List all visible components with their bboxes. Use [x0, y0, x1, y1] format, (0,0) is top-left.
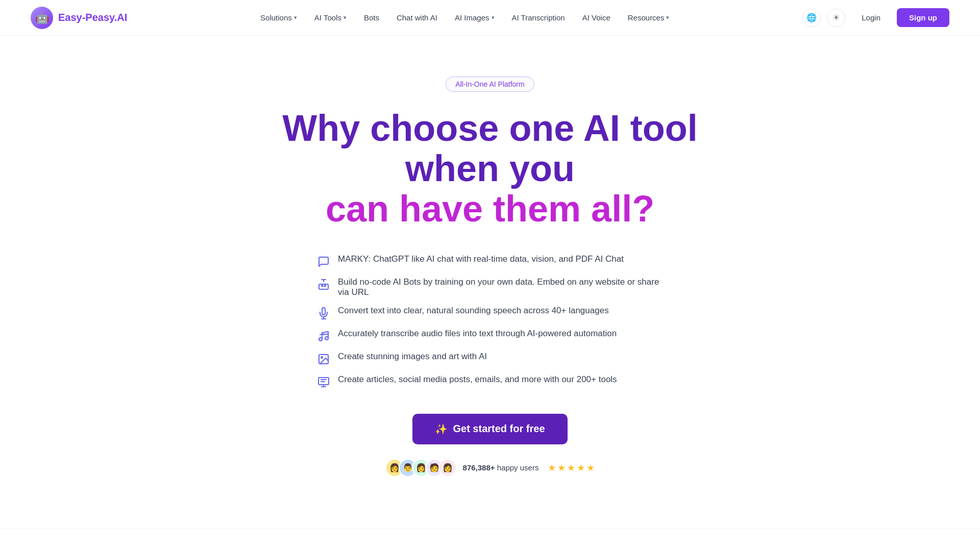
star-4: ★ — [577, 462, 585, 473]
features-list: MARKY: ChatGPT like AI chat with real-ti… — [316, 254, 664, 389]
hero-heading: Why choose one AI tool when you can have… — [260, 108, 720, 230]
nav-ai-images[interactable]: AI Images ▾ — [448, 9, 502, 26]
login-button[interactable]: Login — [851, 9, 891, 26]
social-proof: 👩 👨 👩 🧑 👩 876,388+ happy users ★ ★ ★ ★ ★ — [385, 459, 595, 477]
star-1: ★ — [548, 462, 556, 473]
star-5: ★ — [586, 462, 595, 473]
hero-section: All-In-One AI Platform Why choose one AI… — [0, 36, 980, 508]
logo-text: Easy-Peasy.AI — [58, 12, 127, 23]
list-item: MARKY: ChatGPT like AI chat with real-ti… — [316, 254, 624, 269]
list-item: Build no-code AI Bots by training on you… — [316, 277, 664, 297]
nav-chat-with-ai[interactable]: Chat with AI — [389, 9, 445, 26]
list-item: Create stunning images and art with AI — [316, 352, 487, 366]
logos-section: MOTOROLA SOLUTIONS Uber GE pwc SEPHORA — [0, 528, 980, 551]
theme-toggle-btn[interactable]: ☀ — [827, 9, 845, 27]
chevron-down-icon: ▾ — [344, 14, 347, 21]
hero-heading-line1: Why choose one AI tool when you — [282, 108, 697, 189]
list-item: Convert text into clear, natural soundin… — [316, 306, 609, 320]
chat-icon — [316, 255, 331, 269]
list-item: Create articles, social media posts, ema… — [316, 374, 617, 389]
sparkle-icon: ✨ — [435, 423, 448, 435]
avatars-group: 👩 👨 👩 🧑 👩 — [385, 459, 457, 477]
tools-icon — [316, 375, 331, 389]
list-item: Accurately transcribe audio files into t… — [316, 329, 617, 343]
chevron-down-icon: ▾ — [294, 14, 297, 21]
nav-ai-voice[interactable]: AI Voice — [575, 9, 618, 26]
nav-bots[interactable]: Bots — [357, 9, 386, 26]
logo-icon: 🤖 — [31, 7, 53, 29]
star-2: ★ — [557, 462, 566, 473]
svg-rect-0 — [319, 284, 328, 289]
nav-solutions[interactable]: Solutions ▾ — [253, 9, 304, 26]
star-rating: ★ ★ ★ ★ ★ — [548, 462, 595, 473]
cta-button[interactable]: ✨ Get started for free — [412, 414, 567, 444]
chevron-down-icon: ▾ — [492, 14, 495, 21]
nav-ai-tools[interactable]: AI Tools ▾ — [307, 9, 354, 26]
navbar: 🤖 Easy-Peasy.AI Solutions ▾ AI Tools ▾ B… — [0, 0, 980, 36]
signup-button[interactable]: Sign up — [897, 8, 949, 27]
chevron-down-icon: ▾ — [666, 14, 669, 21]
svg-point-1 — [322, 285, 323, 286]
navbar-nav: Solutions ▾ AI Tools ▾ Bots Chat with AI… — [253, 9, 676, 26]
mic-icon — [316, 306, 331, 320]
hero-badge: All-In-One AI Platform — [446, 77, 534, 92]
bot-icon — [316, 278, 331, 292]
globe-icon-btn[interactable]: 🌐 — [802, 9, 821, 27]
avatar: 👩 — [438, 459, 457, 477]
svg-point-4 — [321, 357, 323, 358]
nav-resources[interactable]: Resources ▾ — [621, 9, 677, 26]
image-icon — [316, 352, 331, 366]
star-3: ★ — [567, 462, 575, 473]
svg-point-2 — [325, 285, 326, 286]
brand-logo[interactable]: 🤖 Easy-Peasy.AI — [31, 7, 127, 29]
nav-ai-transcription[interactable]: AI Transcription — [505, 9, 572, 26]
happy-users-text: 876,388+ happy users — [463, 463, 539, 472]
audio-icon — [316, 329, 331, 343]
navbar-actions: 🌐 ☀ Login Sign up — [802, 8, 949, 27]
hero-heading-line2: can have them all? — [326, 188, 654, 229]
